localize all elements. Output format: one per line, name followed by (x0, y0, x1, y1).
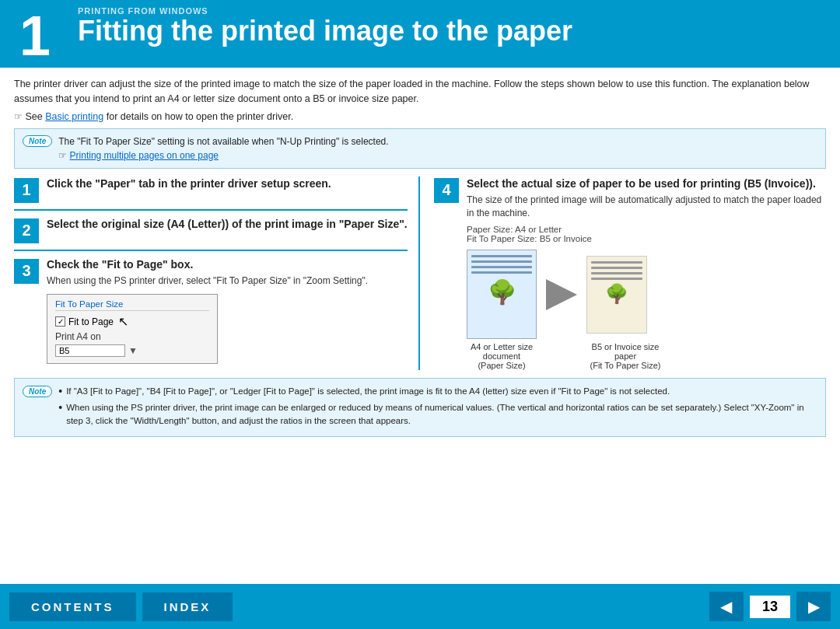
note-box-1: Note The "Fit To Paper Size" setting is … (14, 128, 826, 169)
page-header: 1 PRINTING FROM WINDOWS Fitting the prin… (0, 0, 840, 68)
steps-area: 1 Click the "Paper" tab in the printer d… (14, 176, 826, 371)
fit-to-page-label: Fit to Page (68, 316, 114, 327)
note-content-2: • If "A3 [Fit to Page]", "B4 [Fit to Pag… (58, 385, 817, 430)
next-page-button[interactable]: ▶ (796, 592, 831, 621)
step-3-desc: When using the PS printer driver, select… (47, 274, 408, 288)
dialog-print-on-text: Print A4 on (55, 331, 209, 342)
step-4-body: Select the actual size of paper to be us… (467, 176, 826, 371)
step-3-body: Check the "Fit to Page" box. When using … (47, 257, 408, 365)
printer-icon-small: ☞ (14, 111, 23, 122)
note-box-2: Note • If "A3 [Fit to Page]", "B4 [Fit t… (14, 378, 826, 437)
dialog-simulation: Fit To Paper Size ✓ Fit to Page ↖ Print … (47, 294, 218, 364)
step-2-number: 2 (14, 218, 39, 243)
step-1: 1 Click the "Paper" tab in the printer d… (14, 176, 408, 211)
doc-labels: A4 or Letter size document(Paper Size) B… (467, 342, 826, 370)
note-badge-1: Note (23, 135, 52, 147)
index-button[interactable]: INDEX (142, 592, 233, 621)
page-footer: CONTENTS INDEX ◀ 13 ▶ (0, 584, 840, 629)
bullet-item-1: • If "A3 [Fit to Page]", "B4 [Fit to Pag… (58, 385, 817, 398)
steps-right: 4 Select the actual size of paper to be … (420, 176, 826, 371)
step-1-body: Click the "Paper" tab in the printer dri… (47, 176, 408, 194)
dialog-select-row: B5 ▼ (55, 344, 209, 357)
doc-illustration: 🌳 🌳 (467, 250, 826, 339)
step-4-title: Select the actual size of paper to be us… (467, 176, 826, 190)
bullet-dot-1: • (58, 385, 62, 398)
multiple-pages-link[interactable]: Printing multiple pages on one page (70, 150, 219, 161)
step-4-caption: Paper Size: A4 or Letter Fit To Paper Si… (467, 225, 826, 243)
dropdown-arrow-icon[interactable]: ▼ (128, 345, 138, 356)
contents-button[interactable]: CONTENTS (9, 592, 136, 621)
basic-printing-link[interactable]: Basic printing (45, 111, 103, 122)
step-2-title: Select the original size (A4 (Letter)) o… (47, 217, 408, 231)
step-4: 4 Select the actual size of paper to be … (434, 176, 826, 371)
header-title: Fitting the printed image to the paper (78, 16, 832, 47)
paper-size-select[interactable]: B5 (55, 344, 125, 357)
see-suffix: for details on how to open the printer d… (107, 111, 293, 122)
printer-icon-note: ☞ (58, 150, 67, 161)
step-4-number: 4 (434, 178, 459, 203)
bullet-item-2: • When using the PS printer driver, the … (58, 401, 817, 428)
bullet-dot-2: • (58, 401, 62, 414)
arrow-icon (546, 279, 577, 310)
steps-left: 1 Click the "Paper" tab in the printer d… (14, 176, 420, 371)
doc-page-a4: 🌳 (467, 250, 537, 339)
page-number: 13 (750, 596, 790, 618)
doc-label-left: A4 or Letter size document(Paper Size) (467, 342, 537, 370)
step-1-number: 1 (14, 178, 39, 203)
see-link-line: ☞ See Basic printing for details on how … (14, 111, 826, 122)
main-content: The printer driver can adjust the size o… (0, 68, 840, 443)
intro-paragraph: The printer driver can adjust the size o… (14, 77, 826, 107)
step-3-number: 3 (14, 259, 39, 284)
note-content-1: The "Fit To Paper Size" setting is not a… (58, 135, 388, 162)
doc-page-b5: 🌳 (586, 256, 647, 334)
step-1-title: Click the "Paper" tab in the printer dri… (47, 176, 408, 190)
dialog-title: Fit To Paper Size (55, 299, 209, 311)
step-3-title: Check the "Fit to Page" box. (47, 257, 408, 271)
header-text-area: PRINTING FROM WINDOWS Fitting the printe… (70, 0, 840, 68)
prev-page-button[interactable]: ◀ (709, 592, 744, 621)
step-2: 2 Select the original size (A4 (Letter))… (14, 217, 408, 251)
note-badge-2: Note (23, 386, 52, 397)
step-4-desc: The size of the printed image will be au… (467, 194, 826, 221)
chapter-number: 1 (0, 0, 70, 68)
doc-label-right: B5 or Invoice size paper(Fit To Paper Si… (586, 342, 664, 370)
step-3: 3 Check the "Fit to Page" box. When usin… (14, 257, 408, 365)
step-2-body: Select the original size (A4 (Letter)) o… (47, 217, 408, 234)
footer-nav: ◀ 13 ▶ (709, 592, 831, 621)
fit-to-page-checkbox[interactable]: ✓ (55, 316, 65, 327)
cursor-icon: ↖ (118, 314, 128, 329)
dialog-checkbox-row[interactable]: ✓ Fit to Page ↖ (55, 314, 209, 329)
